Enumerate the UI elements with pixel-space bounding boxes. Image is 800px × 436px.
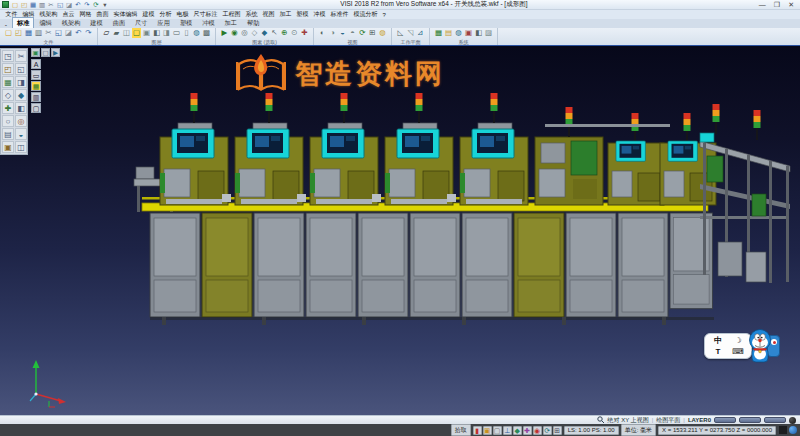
snap-icon[interactable]: ▮ xyxy=(473,426,482,435)
ribbon-tab[interactable]: 塑模 xyxy=(175,17,197,28)
ribbon-tab[interactable]: 曲面 xyxy=(108,17,130,28)
mini-tool-icon[interactable]: ▥ xyxy=(31,92,41,102)
ribbon-icon[interactable]: ◇ xyxy=(250,28,259,38)
menu-item[interactable]: 冲模 xyxy=(311,10,328,19)
ribbon-icon[interactable]: ◒ xyxy=(338,28,347,38)
ribbon-tab[interactable]: 建模 xyxy=(85,17,107,28)
ribbon-icon[interactable]: ▤ xyxy=(444,28,453,38)
ribbon-icon[interactable]: ▦ xyxy=(434,28,443,38)
quick-access-icon[interactable]: ◱ xyxy=(56,1,64,9)
quick-access-icon[interactable]: ▦ xyxy=(29,1,37,9)
palette-tool-icon[interactable]: ▦ xyxy=(2,76,14,88)
ribbon-icon[interactable]: ↖ xyxy=(270,28,279,38)
ribbon-icon[interactable]: ◆ xyxy=(260,28,269,38)
minimize-button[interactable]: — xyxy=(759,1,766,9)
ribbon-icon[interactable]: ▦ xyxy=(24,28,33,38)
quick-access-icon[interactable]: ▾ xyxy=(101,1,109,9)
snap-icon[interactable]: ◆ xyxy=(513,426,522,435)
palette-tool-icon[interactable]: ◎ xyxy=(15,115,27,127)
ribbon-icon[interactable]: ◐ xyxy=(318,28,327,38)
ribbon-icon[interactable]: ▭ xyxy=(172,28,181,38)
ribbon-tab[interactable]: 编辑 xyxy=(34,17,56,28)
quick-access-icon[interactable]: ↷ xyxy=(83,1,91,9)
statusbar-square-icon[interactable] xyxy=(779,426,787,434)
quick-access-icon[interactable]: ⟳ xyxy=(92,1,100,9)
quick-access-icon[interactable]: ▥ xyxy=(38,1,46,9)
ribbon-icon[interactable]: ⊞ xyxy=(368,28,377,38)
statusbar-button[interactable] xyxy=(739,417,761,423)
ribbon-tab[interactable]: 标准 xyxy=(12,17,34,28)
mini-tool-icon[interactable]: ▣ xyxy=(31,48,40,57)
ribbon-icon[interactable]: ▯ xyxy=(182,28,191,38)
ribbon-tab[interactable]: 冲模 xyxy=(197,17,219,28)
palette-tool-icon[interactable]: ◆ xyxy=(15,89,27,101)
ribbon-icon[interactable]: ⊿ xyxy=(416,28,425,38)
ribbon-icon[interactable]: ▢ xyxy=(132,28,141,38)
statusbar-button[interactable] xyxy=(714,417,736,423)
ribbon-icon[interactable]: ◎ xyxy=(240,28,249,38)
ribbon-icon[interactable]: ◰ xyxy=(14,28,23,38)
quick-access-icon[interactable]: ◪ xyxy=(65,1,73,9)
ribbon-icon[interactable]: ▨ xyxy=(484,28,493,38)
ime-skin-icon[interactable]: T xyxy=(716,347,721,356)
menu-item[interactable]: 模流分析 xyxy=(351,10,380,19)
ribbon-tab[interactable]: 尺寸 xyxy=(130,17,152,28)
ribbon-icon[interactable]: ◹ xyxy=(406,28,415,38)
palette-tool-icon[interactable]: ◫ xyxy=(15,141,27,153)
palette-tool-icon[interactable]: ◰ xyxy=(2,63,14,75)
ribbon-icon[interactable]: ◓ xyxy=(348,28,357,38)
ime-keyboard-icon[interactable]: ⌨ xyxy=(732,347,744,356)
palette-tool-icon[interactable]: ◇ xyxy=(2,89,14,101)
ribbon-icon[interactable]: ◨ xyxy=(162,28,171,38)
palette-tool-icon[interactable]: ◨ xyxy=(15,76,27,88)
ribbon-tab[interactable]: 线架构 xyxy=(57,17,86,28)
mini-tool-icon[interactable]: ▢ xyxy=(31,103,41,113)
ribbon-icon[interactable]: ◉ xyxy=(230,28,239,38)
snap-icon[interactable]: ▣ xyxy=(483,426,492,435)
ribbon-tab[interactable]: 应用 xyxy=(152,17,174,28)
palette-tool-icon[interactable]: ◳ xyxy=(2,50,14,62)
snap-icon[interactable]: ✚ xyxy=(523,426,532,435)
mini-tool-icon[interactable]: ▢ xyxy=(41,48,50,57)
mini-tool-icon[interactable]: ▶ xyxy=(51,48,60,57)
palette-tool-icon[interactable]: ▤ xyxy=(2,128,14,140)
quick-access-icon[interactable]: ↶ xyxy=(74,1,82,9)
ribbon-icon[interactable]: ◑ xyxy=(328,28,337,38)
palette-tool-icon[interactable]: ◧ xyxy=(15,102,27,114)
ribbon-icon[interactable]: ✚ xyxy=(300,28,309,38)
snap-icon[interactable]: ⊥ xyxy=(503,426,512,435)
ribbon-icon[interactable]: ▣ xyxy=(142,28,151,38)
render-mode-orb-icon[interactable] xyxy=(789,417,796,424)
ribbon-tab[interactable]: 帮助 xyxy=(242,17,264,28)
ribbon-icon[interactable]: ↶ xyxy=(74,28,83,38)
ribbon-icon[interactable]: ▢ xyxy=(4,28,13,38)
close-button[interactable]: ✕ xyxy=(788,1,794,9)
palette-tool-icon[interactable]: ✂ xyxy=(15,50,27,62)
snap-icon[interactable]: ▢ xyxy=(493,426,502,435)
ribbon-icon[interactable]: ◱ xyxy=(54,28,63,38)
palette-tool-icon[interactable]: ✚ xyxy=(2,102,14,114)
ribbon-icon[interactable]: ⊙ xyxy=(290,28,299,38)
statusbar-globe-icon[interactable] xyxy=(789,426,797,434)
3d-viewport[interactable]: ◳✂◰◱▦◨◇◆✚◧○◎▤◒▣◫ ▣▢▶ A▭▦▥▢ 智造资料网 中 xyxy=(0,46,800,415)
ribbon-icon[interactable]: ▶ xyxy=(220,28,229,38)
ribbon-icon[interactable]: ◧ xyxy=(474,28,483,38)
palette-tool-icon[interactable]: ◒ xyxy=(15,128,27,140)
menu-item[interactable]: ? xyxy=(380,12,388,18)
quick-access-icon[interactable]: ✂ xyxy=(47,1,55,9)
ime-language-indicator[interactable]: 中 xyxy=(714,336,722,345)
ribbon-icon[interactable]: ▩ xyxy=(202,28,211,38)
pick-mode-label[interactable]: 拾取 xyxy=(451,424,471,436)
maximize-button[interactable]: ❐ xyxy=(774,1,780,9)
mini-tool-icon[interactable]: ▦ xyxy=(31,81,41,91)
palette-tool-icon[interactable]: ◱ xyxy=(15,63,27,75)
ribbon-icon[interactable]: ◺ xyxy=(396,28,405,38)
ime-toolbar[interactable]: 中 ☽ T ⌨ xyxy=(704,328,780,364)
quick-access-icon[interactable]: ▢ xyxy=(11,1,19,9)
mini-tool-icon[interactable]: ▭ xyxy=(31,70,41,80)
ribbon-icon[interactable]: ◫ xyxy=(122,28,131,38)
ribbon-icon[interactable]: ⟳ xyxy=(358,28,367,38)
ribbon-icon[interactable]: ↷ xyxy=(84,28,93,38)
menu-item[interactable]: 标准件 xyxy=(328,10,351,19)
snap-icon[interactable]: ⟳ xyxy=(543,426,552,435)
